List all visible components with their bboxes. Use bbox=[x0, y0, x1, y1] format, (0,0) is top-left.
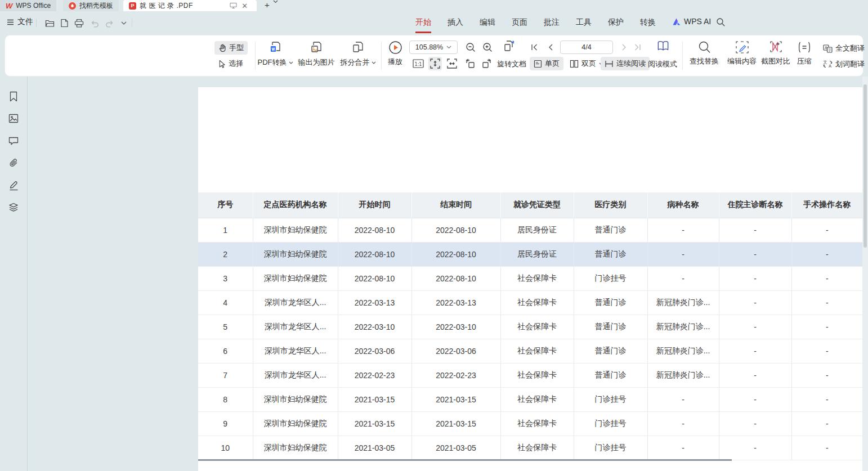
table-cell: - bbox=[791, 290, 862, 315]
vertical-scrollbar[interactable] bbox=[862, 77, 868, 471]
table-cell: 2021-03-15 bbox=[411, 411, 500, 436]
table-cell: - bbox=[719, 339, 791, 363]
layers-icon[interactable] bbox=[7, 201, 20, 214]
rotate-left-button[interactable] bbox=[463, 57, 477, 70]
edit-content-label: 编辑内容 bbox=[727, 56, 757, 66]
signature-pen-icon[interactable] bbox=[7, 180, 20, 192]
open-file-button[interactable] bbox=[44, 17, 55, 29]
table-cell: - bbox=[791, 387, 862, 411]
next-page-button[interactable] bbox=[618, 41, 631, 54]
comment-icon[interactable] bbox=[7, 134, 20, 147]
word-translate-button[interactable]: 文A 划词翻译 bbox=[819, 57, 868, 71]
select-tool-button[interactable]: 选择 bbox=[214, 57, 247, 70]
full-translate-label: 全文翻译 bbox=[835, 43, 865, 53]
word-translate-label: 划词翻译 bbox=[835, 59, 865, 69]
select-tool-label: 选择 bbox=[229, 59, 243, 69]
tab-wps-home[interactable]: W WPS Office bbox=[0, 0, 56, 11]
zoom-in-button[interactable] bbox=[481, 41, 494, 54]
table-cell: - bbox=[647, 218, 719, 242]
play-slideshow-button[interactable]: 播放 bbox=[383, 41, 407, 67]
actual-size-button[interactable]: 1:1 bbox=[411, 57, 425, 70]
table-cell: 2 bbox=[198, 242, 253, 266]
table-header-cell: 手术操作名称 bbox=[791, 192, 862, 218]
page-number-input[interactable]: 4/4 bbox=[560, 41, 613, 54]
fit-page-button[interactable] bbox=[428, 57, 442, 70]
fit-width-button[interactable] bbox=[445, 57, 459, 70]
last-page-button[interactable] bbox=[631, 41, 645, 54]
wps-ai-button[interactable]: WPS AI bbox=[672, 17, 711, 26]
menu-item-3[interactable]: 页面 bbox=[512, 17, 527, 28]
menu-item-2[interactable]: 编辑 bbox=[480, 17, 495, 28]
scrollbar-thumb[interactable] bbox=[863, 84, 867, 248]
menu-item-0[interactable]: 开始 bbox=[415, 17, 431, 28]
tab-wps-home-label: WPS Office bbox=[16, 2, 51, 10]
table-cell: 2022-03-13 bbox=[411, 290, 500, 315]
full-translate-button[interactable]: A字 全文翻译 bbox=[819, 42, 868, 55]
rotate-doc-button[interactable]: 旋转文档 bbox=[497, 59, 526, 69]
tab-document[interactable]: P 就 医 记 录 .PDF ✕ bbox=[123, 0, 257, 11]
rotate-right-button[interactable] bbox=[480, 57, 494, 70]
table-header-cell: 住院主诊断名称 bbox=[719, 192, 791, 218]
hand-tool-button[interactable]: 手型 bbox=[214, 41, 248, 55]
table-cell: 普通门诊 bbox=[574, 218, 647, 242]
bookmark-icon[interactable] bbox=[7, 90, 20, 102]
book-icon[interactable] bbox=[656, 39, 670, 53]
menu-item-6[interactable]: 保护 bbox=[608, 17, 624, 28]
table-cell: 2022-02-23 bbox=[338, 363, 411, 387]
table-cell: - bbox=[791, 315, 862, 339]
chevron-down-icon bbox=[446, 46, 451, 49]
pdf-convert-button[interactable]: PDF转换 bbox=[256, 41, 295, 68]
continuous-read-button[interactable]: 连续阅读 bbox=[601, 57, 650, 70]
svg-text:文: 文 bbox=[824, 60, 827, 64]
menu-item-4[interactable]: 批注 bbox=[544, 17, 560, 28]
single-page-button[interactable]: 单页 bbox=[530, 57, 563, 70]
table-cell: 4 bbox=[198, 290, 253, 315]
table-cell: 2022-08-10 bbox=[411, 242, 500, 266]
save-button[interactable] bbox=[59, 17, 70, 29]
zoom-out-button[interactable] bbox=[464, 41, 477, 54]
find-replace-label: 查找替换 bbox=[690, 56, 719, 66]
first-page-button[interactable] bbox=[527, 41, 541, 54]
table-cell: 2021-03-05 bbox=[411, 436, 500, 460]
tab-docer-templates[interactable]: 找稻壳模板 bbox=[63, 0, 119, 11]
tab-docer-label: 找稻壳模板 bbox=[79, 1, 113, 11]
close-tab-icon[interactable]: ✕ bbox=[241, 2, 248, 10]
present-monitor-icon[interactable] bbox=[230, 2, 237, 9]
tab-list-chevron-icon[interactable] bbox=[273, 0, 278, 11]
edit-content-button[interactable]: 编辑内容 bbox=[725, 41, 759, 66]
single-page-label: 单页 bbox=[545, 59, 560, 69]
table-header-row: 序号定点医药机构名称开始时间结束时间就诊凭证类型医疗类别病种名称住院主诊断名称手… bbox=[198, 192, 862, 218]
quick-access-chevron-icon[interactable] bbox=[118, 17, 129, 29]
cursor-arrow-icon bbox=[218, 60, 226, 68]
zoom-level-select[interactable]: 105.88% bbox=[409, 41, 458, 54]
print-button[interactable] bbox=[73, 17, 84, 29]
file-menu-button[interactable]: 文件 bbox=[7, 17, 33, 27]
menu-item-7[interactable]: 转换 bbox=[640, 17, 656, 28]
read-mode-button[interactable]: 阅读模式 bbox=[648, 59, 677, 69]
screenshot-compare-button[interactable]: 截图对比 bbox=[759, 41, 793, 66]
prev-page-button[interactable] bbox=[543, 41, 557, 54]
new-tab-icon[interactable]: + bbox=[265, 0, 270, 11]
menu-item-5[interactable]: 工具 bbox=[576, 17, 592, 28]
attachment-icon[interactable] bbox=[7, 157, 20, 169]
full-translate-icon: A字 bbox=[823, 44, 833, 53]
find-replace-button[interactable]: 查找替换 bbox=[685, 41, 723, 66]
export-image-icon bbox=[309, 41, 324, 55]
table-cell: 普通门诊 bbox=[574, 339, 647, 363]
search-icon[interactable] bbox=[716, 17, 726, 27]
svg-text:1:1: 1:1 bbox=[415, 62, 422, 67]
table-cell: 2021-03-15 bbox=[338, 387, 411, 411]
document-page[interactable]: 序号定点医药机构名称开始时间结束时间就诊凭证类型医疗类别病种名称住院主诊断名称手… bbox=[198, 87, 863, 471]
compress-button[interactable]: 压缩 bbox=[793, 41, 816, 66]
redo-icon[interactable] bbox=[104, 17, 115, 29]
table-cell: 社会保障卡 bbox=[500, 315, 574, 339]
rotate-pages-icon[interactable] bbox=[503, 39, 516, 53]
table-cell: - bbox=[647, 266, 719, 290]
undo-icon[interactable] bbox=[89, 17, 100, 29]
export-image-button[interactable]: 输出为图片 bbox=[296, 41, 337, 68]
split-merge-button[interactable]: 拆分合并 bbox=[338, 41, 378, 68]
pdf-convert-label: PDF转换 bbox=[258, 57, 287, 68]
thumbnail-icon[interactable] bbox=[7, 112, 20, 124]
menu-item-1[interactable]: 插入 bbox=[448, 17, 463, 28]
tab-bar: W WPS Office 找稻壳模板 P 就 医 记 录 .PDF ✕ + bbox=[0, 0, 868, 11]
